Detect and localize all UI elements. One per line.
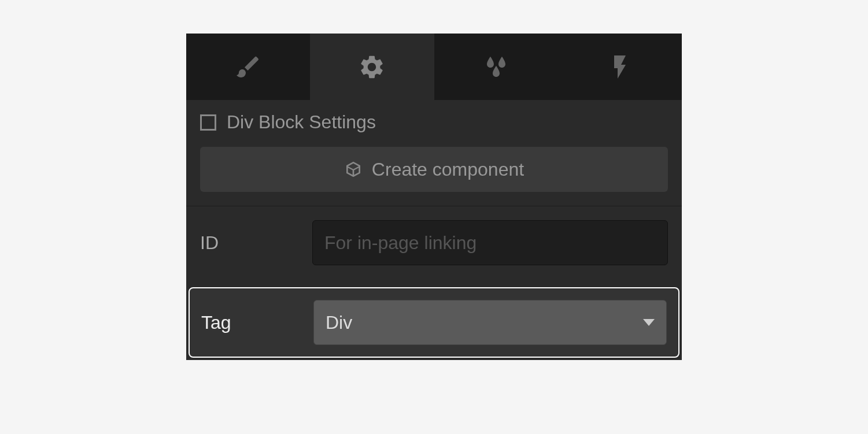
settings-panel: Div Block Settings Create component ID T…: [186, 34, 682, 360]
tab-settings[interactable]: [310, 34, 434, 100]
chevron-down-icon: [643, 319, 655, 326]
droplets-icon: [482, 53, 510, 81]
tab-interactions[interactable]: [558, 34, 682, 100]
bolt-icon: [606, 53, 634, 81]
create-component-label: Create component: [372, 159, 524, 180]
tab-effects[interactable]: [434, 34, 558, 100]
cube-icon: [344, 160, 363, 179]
tag-select-value: Div: [326, 312, 352, 333]
id-label: ID: [200, 232, 298, 254]
gear-icon: [358, 53, 386, 81]
tag-select[interactable]: Div: [313, 300, 667, 345]
brush-icon: [234, 53, 262, 81]
create-component-button[interactable]: Create component: [200, 147, 668, 192]
tab-style[interactable]: [186, 34, 310, 100]
section-title: Div Block Settings: [227, 112, 376, 133]
tag-field-row: Tag Div: [189, 287, 679, 358]
square-icon: [200, 114, 216, 131]
section-header: Div Block Settings: [186, 100, 682, 142]
tag-label: Tag: [201, 312, 300, 333]
id-field-row: ID: [186, 206, 682, 279]
panel-tabs: [186, 34, 682, 100]
id-input[interactable]: [312, 220, 668, 265]
